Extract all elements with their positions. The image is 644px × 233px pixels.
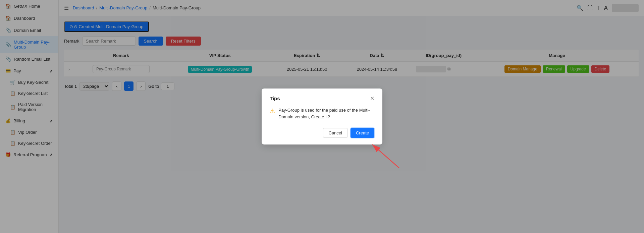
modal-message: Pay-Group is used for the paid use of th… <box>278 107 374 120</box>
modal-footer: Cancel Create <box>270 128 374 138</box>
modal-close-button[interactable]: ✕ <box>370 95 374 102</box>
tips-modal: Tips ✕ ⚠ Pay-Group is used for the paid … <box>262 89 382 144</box>
modal-overlay[interactable]: Tips ✕ ⚠ Pay-Group is used for the paid … <box>0 0 644 233</box>
cancel-button[interactable]: Cancel <box>323 128 348 138</box>
arrow-annotation <box>362 138 402 171</box>
modal-body: ⚠ Pay-Group is used for the paid use of … <box>270 107 374 120</box>
svg-line-1 <box>372 144 399 168</box>
create-button[interactable]: Create <box>351 128 374 138</box>
modal-header: Tips ✕ <box>270 95 374 102</box>
modal-title: Tips <box>270 96 280 101</box>
warning-icon: ⚠ <box>270 107 275 115</box>
